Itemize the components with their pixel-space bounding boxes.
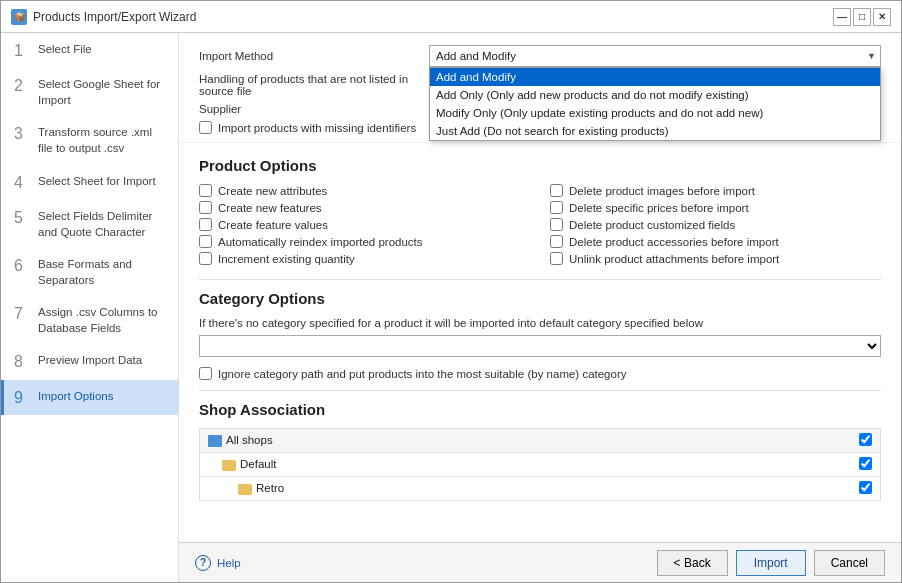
shop-all-icon — [208, 435, 222, 447]
checkbox-increment_qty[interactable] — [199, 252, 212, 265]
shop-name-cell: Default — [200, 453, 851, 477]
label-increment_qty: Increment existing quantity — [218, 253, 355, 265]
category-select[interactable] — [199, 335, 881, 357]
folder-icon — [222, 460, 236, 471]
sidebar-item-5[interactable]: 5 Select Fields Delimiter and Quote Char… — [1, 200, 178, 248]
step-number: 3 — [14, 124, 30, 143]
shop-row-default: Default — [200, 453, 881, 477]
ignore-path-row: Ignore category path and put products in… — [199, 367, 881, 380]
label-unlink_attachments: Unlink product attachments before import — [569, 253, 779, 265]
shop-checkbox-cell — [851, 453, 881, 477]
label-auto_reindex: Automatically reindex imported products — [218, 236, 423, 248]
category-options-title: Category Options — [199, 290, 881, 307]
shop-name-text: Default — [240, 458, 276, 470]
dropdown-option-add_only[interactable]: Add Only (Only add new products and do n… — [430, 86, 880, 104]
checkbox-create_feature_vals[interactable] — [199, 218, 212, 231]
sidebar-item-3[interactable]: 3 Transform source .xml file to output .… — [1, 116, 178, 164]
import-button[interactable]: Import — [736, 550, 806, 576]
shop-checkbox-cell — [851, 477, 881, 501]
checkbox-del_images[interactable] — [550, 184, 563, 197]
step-label: Assign .csv Columns to Database Fields — [38, 304, 168, 336]
checkbox-del_accessories[interactable] — [550, 235, 563, 248]
ignore-path-label: Ignore category path and put products in… — [218, 368, 627, 380]
main-content: 1 Select File 2 Select Google Sheet for … — [1, 33, 901, 582]
import-missing-label: Import products with missing identifiers — [218, 122, 416, 134]
dropdown-option-modify_only[interactable]: Modify Only (Only update existing produc… — [430, 104, 880, 122]
sidebar-item-1[interactable]: 1 Select File — [1, 33, 178, 68]
import-method-label: Import Method — [199, 50, 429, 62]
shop-table: All shops Default Retro — [199, 428, 881, 501]
label-del_accessories: Delete product accessories before import — [569, 236, 779, 248]
label-del_images: Delete product images before import — [569, 185, 755, 197]
minimize-button[interactable]: — — [833, 8, 851, 26]
top-section: Import Method Add and Modify ▼ Add and M… — [179, 33, 901, 143]
checkbox-create_attrs[interactable] — [199, 184, 212, 197]
dropdown-option-just_add[interactable]: Just Add (Do not search for existing pro… — [430, 122, 880, 140]
help-link[interactable]: Help — [217, 557, 241, 569]
checkbox-del_custom[interactable] — [550, 218, 563, 231]
main-window: 📦 Products Import/Export Wizard — □ ✕ 1 … — [0, 0, 902, 583]
shop-checkbox-all shops[interactable] — [859, 433, 872, 446]
step-number: 1 — [14, 41, 30, 60]
scrollable-content: Product Options Create new attributes De… — [179, 143, 901, 542]
sidebar-item-6[interactable]: 6 Base Formats and Separators — [1, 248, 178, 296]
checkbox-unlink_attachments[interactable] — [550, 252, 563, 265]
close-button[interactable]: ✕ — [873, 8, 891, 26]
shop-name-cell: Retro — [200, 477, 851, 501]
category-note: If there's no category specified for a p… — [199, 317, 881, 329]
step-number: 2 — [14, 76, 30, 95]
shop-checkbox-cell — [851, 429, 881, 453]
section-divider-2 — [199, 390, 881, 391]
step-label: Select Sheet for Import — [38, 173, 156, 189]
supplier-label: Supplier — [199, 103, 429, 115]
maximize-button[interactable]: □ — [853, 8, 871, 26]
bottom-bar: ? Help < Back Import Cancel — [179, 542, 901, 582]
sidebar-item-4[interactable]: 4 Select Sheet for Import — [1, 165, 178, 200]
label-del_prices: Delete specific prices before import — [569, 202, 749, 214]
step-number: 4 — [14, 173, 30, 192]
folder-icon — [238, 484, 252, 495]
ignore-path-checkbox[interactable] — [199, 367, 212, 380]
option-row-del_prices: Delete specific prices before import — [550, 201, 881, 214]
import-method-dropdown-list[interactable]: Add and ModifyAdd Only (Only add new pro… — [429, 67, 881, 141]
checkbox-auto_reindex[interactable] — [199, 235, 212, 248]
option-row-unlink_attachments: Unlink product attachments before import — [550, 252, 881, 265]
step-label: Base Formats and Separators — [38, 256, 168, 288]
import-method-row: Import Method Add and Modify ▼ Add and M… — [199, 45, 881, 67]
section-divider-1 — [199, 279, 881, 280]
titlebar-left: 📦 Products Import/Export Wizard — [11, 9, 196, 25]
dropdown-arrow-icon: ▼ — [867, 51, 876, 61]
sidebar-item-2[interactable]: 2 Select Google Sheet for Import — [1, 68, 178, 116]
cancel-button[interactable]: Cancel — [814, 550, 885, 576]
step-number: 8 — [14, 352, 30, 371]
shop-checkbox-retro[interactable] — [859, 481, 872, 494]
step-number: 6 — [14, 256, 30, 275]
shop-row-retro: Retro — [200, 477, 881, 501]
step-label: Import Options — [38, 388, 113, 404]
window-title: Products Import/Export Wizard — [33, 10, 196, 24]
dropdown-option-add_and_modify[interactable]: Add and Modify — [430, 68, 880, 86]
option-row-create_feature_vals: Create feature values — [199, 218, 530, 231]
sidebar-item-9[interactable]: 9 Import Options — [1, 380, 178, 415]
shop-association-title: Shop Association — [199, 401, 881, 418]
sidebar-item-8[interactable]: 8 Preview Import Data — [1, 344, 178, 379]
step-label: Transform source .xml file to output .cs… — [38, 124, 168, 156]
titlebar-controls: — □ ✕ — [833, 8, 891, 26]
sidebar: 1 Select File 2 Select Google Sheet for … — [1, 33, 179, 582]
shop-checkbox-default[interactable] — [859, 457, 872, 470]
help-icon: ? — [195, 555, 211, 571]
step-label: Preview Import Data — [38, 352, 142, 368]
option-row-del_custom: Delete product customized fields — [550, 218, 881, 231]
checkbox-create_features[interactable] — [199, 201, 212, 214]
back-button[interactable]: < Back — [657, 550, 728, 576]
step-number: 9 — [14, 388, 30, 407]
checkbox-del_prices[interactable] — [550, 201, 563, 214]
label-create_features: Create new features — [218, 202, 322, 214]
import-missing-checkbox[interactable] — [199, 121, 212, 134]
sidebar-item-7[interactable]: 7 Assign .csv Columns to Database Fields — [1, 296, 178, 344]
option-row-del_accessories: Delete product accessories before import — [550, 235, 881, 248]
shop-name-text: Retro — [256, 482, 284, 494]
option-row-create_attrs: Create new attributes — [199, 184, 530, 197]
import-method-value: Add and Modify — [436, 50, 516, 62]
import-method-dropdown[interactable]: Add and Modify ▼ — [429, 45, 881, 67]
